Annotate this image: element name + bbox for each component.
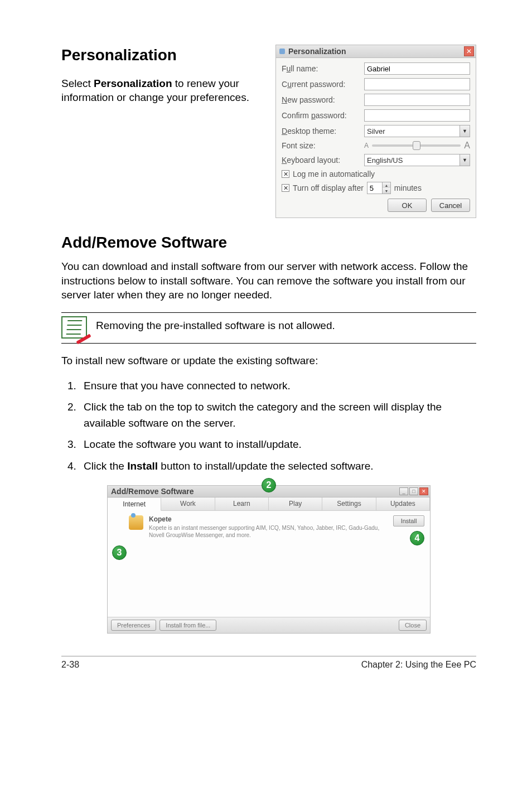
install-steps: Ensure that you have connected to networ… (61, 378, 476, 475)
display-off-checkbox[interactable]: ✕ (282, 184, 289, 192)
display-off-value[interactable] (367, 182, 382, 194)
minimize-icon[interactable]: _ (399, 487, 408, 495)
new-password-input[interactable] (364, 94, 470, 106)
tab-settings[interactable]: Settings (322, 497, 376, 510)
display-off-label: Turn off display after (293, 183, 364, 192)
software-window: 2 Add/Remove Software _ □ ✕ Internet Wor… (107, 485, 431, 634)
tab-play[interactable]: Play (269, 497, 322, 510)
label-keyboard-layout: Keyboard layout: (282, 156, 360, 165)
auto-login-checkbox[interactable]: ✕ (282, 170, 289, 178)
cancel-button[interactable]: Cancel (431, 199, 470, 212)
ok-button[interactable]: OK (388, 199, 427, 212)
callout-3: 3 (112, 545, 127, 560)
software-name: Kopete (149, 515, 388, 523)
page-footer: 2-38 Chapter 2: Using the Eee PC (61, 656, 476, 670)
heading-add-remove-software: Add/Remove Software (61, 234, 476, 252)
sw-tabs: Internet Work Learn Play Settings Update… (108, 497, 430, 511)
preferences-button[interactable]: Preferences (111, 620, 156, 631)
heading-personalization: Personalization (61, 45, 262, 66)
close-icon[interactable]: ✕ (464, 46, 474, 56)
sw-title: Add/Remove Software (111, 487, 194, 496)
font-size-small-icon: A (364, 142, 369, 149)
personalization-dialog: Personalization ✕ Full name: Current pas… (275, 45, 476, 218)
addremove-body: You can download and install software fr… (61, 259, 476, 302)
dialog-app-icon (279, 49, 285, 54)
step-1: Ensure that you have connected to networ… (79, 378, 476, 394)
install-from-file-button[interactable]: Install from file... (159, 620, 216, 631)
desktop-theme-select[interactable]: Silver ▼ (364, 125, 470, 137)
chevron-down-icon: ▼ (460, 154, 470, 166)
software-item: Kopete Kopete is an instant messenger su… (129, 515, 424, 539)
install-lead: To install new software or update the ex… (61, 354, 476, 368)
note-icon (61, 316, 87, 339)
note-text: Removing the pre-installed software is n… (96, 316, 335, 333)
auto-login-label: Log me in automatically (293, 170, 375, 178)
step-3: Locate the software you want to install/… (79, 437, 476, 453)
label-full-name: Full name: (282, 64, 360, 73)
current-password-input[interactable] (364, 78, 470, 90)
install-button[interactable]: Install (393, 515, 424, 526)
tab-work[interactable]: Work (161, 497, 215, 510)
label-current-password: Current password: (282, 80, 360, 89)
label-font-size: Font size: (282, 141, 360, 150)
label-desktop-theme: Desktop theme: (282, 127, 360, 136)
kopete-icon (129, 515, 143, 530)
spinner-up-icon[interactable]: ▲ (383, 182, 390, 188)
maximize-icon[interactable]: □ (409, 487, 418, 495)
personalization-intro: Select Personalization to renew your inf… (61, 76, 262, 105)
tab-internet[interactable]: Internet (108, 498, 161, 511)
minutes-suffix: minutes (394, 183, 422, 192)
chapter-title: Chapter 2: Using the Eee PC (361, 660, 476, 670)
step-2: Click the tab on the top to switch the c… (79, 399, 476, 431)
close-icon[interactable]: ✕ (419, 487, 428, 495)
close-button[interactable]: Close (399, 620, 427, 631)
display-off-spinner[interactable]: ▲▼ (367, 182, 391, 194)
callout-4: 4 (410, 531, 424, 545)
spinner-down-icon[interactable]: ▼ (383, 188, 390, 194)
label-new-password: New password: (282, 95, 360, 104)
keyboard-layout-select[interactable]: English/US ▼ (364, 154, 470, 166)
confirm-password-input[interactable] (364, 109, 470, 122)
font-size-large-icon: A (464, 141, 470, 151)
label-confirm-password: Confirm password: (282, 111, 360, 120)
chevron-down-icon: ▼ (460, 125, 470, 137)
software-desc: Kopete is an instant messenger supportin… (149, 524, 388, 539)
step-4: Click the Install button to install/upda… (79, 458, 476, 475)
tab-updates[interactable]: Updates (376, 497, 430, 510)
dialog-titlebar: Personalization ✕ (276, 45, 476, 58)
slider-thumb[interactable] (413, 141, 420, 150)
tab-learn[interactable]: Learn (215, 497, 269, 510)
full-name-input[interactable] (364, 62, 470, 75)
page-number: 2-38 (61, 660, 79, 670)
callout-2: 2 (262, 478, 276, 492)
font-size-slider[interactable] (372, 144, 461, 147)
dialog-title: Personalization (288, 47, 346, 56)
note-box: Removing the pre-installed software is n… (61, 312, 476, 344)
